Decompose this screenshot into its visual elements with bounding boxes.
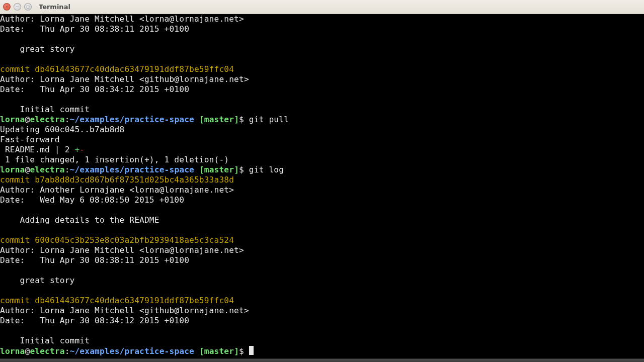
pull-updating: Updating 600c045..b7ab8d8 xyxy=(0,125,124,134)
prompt-branch: [master] xyxy=(199,165,239,174)
prompt-user: lorna xyxy=(0,115,25,124)
window-bottom-border xyxy=(0,358,644,362)
pull-summary: 1 file changed, 1 insertion(+), 1 deleti… xyxy=(0,155,229,164)
prompt-path: ~/examples/practice-space xyxy=(70,165,194,174)
log-author: Author: Another Lornajane <lorna@lornaja… xyxy=(0,185,234,195)
commit-hash: commit db461443677c40ddac63479191ddf87be… xyxy=(0,64,234,74)
prompt-user: lorna xyxy=(0,346,25,356)
log-author: Author: Lorna Jane Mitchell <lorna@lorna… xyxy=(0,245,244,255)
pull-fastforward: Fast-forward xyxy=(0,135,60,144)
prompt-at: @ xyxy=(25,165,30,174)
prompt-dollar: $ xyxy=(239,346,244,356)
log-date: Date: Thu Apr 30 08:38:11 2015 +0100 xyxy=(0,255,189,265)
diffstat-minus: - xyxy=(79,145,85,154)
prompt-at: @ xyxy=(25,346,30,356)
log-message: Initial commit xyxy=(0,105,90,114)
minimize-icon[interactable]: – xyxy=(14,3,21,11)
prompt-dollar: $ xyxy=(239,165,244,174)
log-message: Initial commit xyxy=(0,336,90,345)
prompt-branch: [master] xyxy=(199,115,239,124)
commit-hash: commit db461443677c40ddac63479191ddf87be… xyxy=(0,296,234,305)
prompt-host: electra xyxy=(30,165,64,174)
diffstat-plus: + xyxy=(74,145,79,154)
log-author: Author: Lorna Jane Mitchell <lorna@lorna… xyxy=(0,14,244,24)
terminal-output[interactable]: Author: Lorna Jane Mitchell <lorna@lorna… xyxy=(0,14,644,358)
log-date: Date: Thu Apr 30 08:34:12 2015 +0100 xyxy=(0,316,189,325)
prompt-at: @ xyxy=(25,115,30,124)
log-message: great story xyxy=(0,44,74,54)
commit-hash: commit b7ab8d8d3cd867b6f87351d025bc4a365… xyxy=(0,175,234,185)
prompt-user: lorna xyxy=(0,165,25,174)
log-message: Adding details to the README xyxy=(0,215,159,225)
commit-hash: commit 600c045c3b253e8c03a2bfb2939418ae5… xyxy=(0,235,234,245)
log-author: Author: Lorna Jane Mitchell <github@lorn… xyxy=(0,74,249,84)
command-text: git log xyxy=(244,165,284,174)
prompt-colon: : xyxy=(65,165,70,174)
close-icon[interactable]: × xyxy=(3,3,11,11)
pull-file: README.md | 2 xyxy=(0,145,74,154)
log-date: Date: Thu Apr 30 08:34:12 2015 +0100 xyxy=(0,84,189,94)
prompt-colon: : xyxy=(65,115,70,124)
command-text: git pull xyxy=(244,115,289,124)
log-message: great story xyxy=(0,276,74,285)
window-titlebar: × – □ Terminal xyxy=(0,0,644,14)
log-date: Date: Thu Apr 30 08:38:11 2015 +0100 xyxy=(0,24,189,34)
window-title: Terminal xyxy=(39,3,70,11)
cursor xyxy=(249,346,254,355)
prompt-path: ~/examples/practice-space xyxy=(70,115,194,124)
prompt-host: electra xyxy=(30,346,64,356)
prompt-colon: : xyxy=(65,346,70,356)
prompt-path: ~/examples/practice-space xyxy=(70,346,194,356)
log-author: Author: Lorna Jane Mitchell <github@lorn… xyxy=(0,306,249,315)
log-date: Date: Wed May 6 08:08:50 2015 +0100 xyxy=(0,195,184,205)
prompt-branch: [master] xyxy=(199,346,239,356)
maximize-icon[interactable]: □ xyxy=(24,3,32,11)
prompt-host: electra xyxy=(30,115,64,124)
prompt-dollar: $ xyxy=(239,115,244,124)
